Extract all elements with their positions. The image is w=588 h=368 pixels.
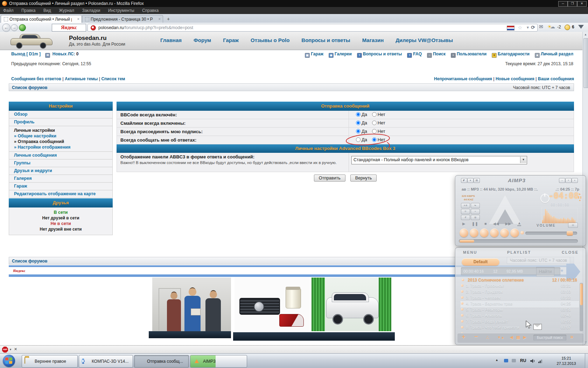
next-list-button[interactable]: ▶ (523, 335, 526, 340)
scroll-up-icon[interactable]: ▲ (583, 32, 588, 38)
start-button[interactable] (3, 355, 15, 367)
yandex-sphere-icon[interactable] (19, 24, 26, 31)
playlist-track[interactable]: 7. 7раса - Вода узнаёт02:55 (461, 319, 579, 325)
site-menu-shop[interactable]: Магазин (362, 37, 384, 43)
playlist-track[interactable]: 2. 7раса - Придаток03:03 (461, 289, 579, 295)
quick-search-field[interactable]: Быстрый поиск (533, 335, 566, 341)
sidebar-item-map[interactable]: Редактировать отображение на карте (9, 190, 113, 198)
play-icon[interactable]: ▶ (462, 222, 465, 226)
site-menu-garage[interactable]: Гараж (223, 37, 239, 43)
list-button[interactable]: ▤ (516, 335, 520, 340)
playlist-track[interactable]: 5. 7раса - Реакторы03:51 (461, 307, 579, 313)
ab-repeat-button[interactable]: A-B (461, 203, 470, 208)
chevron-down-icon[interactable]: ▼ (520, 157, 526, 163)
aimp-menu-button[interactable]: ◤ (461, 178, 467, 183)
show-desktop-button[interactable] (585, 354, 588, 368)
tab-close-icon[interactable]: × (159, 17, 161, 21)
playlist-track[interactable]: 3. 7раса - Человек03:22 (461, 295, 579, 301)
taskbar-button-folder[interactable]: Верхнее правое (22, 355, 78, 368)
playlist-tab-default[interactable]: Default (462, 258, 499, 266)
radio-no[interactable] (372, 112, 377, 117)
playlist-track[interactable]: 8. 7раса - Что тебе привезти03:07 (461, 325, 579, 331)
visualization-button[interactable]: ▥ (471, 215, 480, 220)
link-thanks[interactable]: ♥Благодарности (492, 52, 530, 58)
hidden-icons-button[interactable]: ▲ (495, 358, 498, 368)
adblock-icon[interactable]: ABP (2, 347, 8, 353)
photo-vw-parts[interactable] (234, 278, 310, 331)
link-faq[interactable]: ?FAQ (407, 52, 422, 58)
link-topic-list[interactable]: Список тем (101, 76, 125, 81)
pause-button[interactable] (470, 229, 478, 237)
site-menu-reviews[interactable]: Отзывы о Polo (251, 37, 289, 43)
aimp-playlist-window[interactable]: MENU PLAYLIST CLOSE Default 00:00:40:16 … (455, 247, 586, 345)
shuffle-button[interactable]: ⇆ (471, 203, 480, 208)
radio-yes[interactable] (356, 121, 360, 125)
link-garage[interactable]: ▣Гараж (305, 52, 323, 58)
reset-button[interactable]: Вернуть (350, 175, 377, 182)
forum-index-link[interactable]: Список форумов (12, 85, 47, 90)
flag-icon[interactable] (507, 26, 514, 30)
prev-icon[interactable]: ◀◀ (493, 222, 499, 226)
new-pm-link[interactable]: Новых ЛС: (52, 52, 75, 56)
play-button[interactable] (460, 229, 468, 237)
mail-icon[interactable]: ✉ (539, 24, 543, 29)
menu-history[interactable]: Журнал (56, 7, 77, 14)
taskbar-button-kompas[interactable]: K КОМПАС-3D V14... (79, 355, 133, 368)
eject-button[interactable] (510, 229, 519, 237)
link-questions[interactable]: ?Вопросы и ответы (357, 52, 402, 58)
site-menu-dealers[interactable]: Дилеры VW@Отзывы (396, 37, 453, 43)
aimp-visual-button[interactable]: ▤ (474, 178, 480, 183)
menu-tools[interactable]: Инструменты (105, 7, 138, 14)
playlist-scrollbar[interactable] (580, 283, 583, 331)
weather-cloud-icon[interactable]: ☁ (550, 24, 555, 29)
playlist-track-active[interactable]: 4. 7раса - Бархатом трав04:25 (461, 301, 579, 307)
radio-no[interactable] (372, 137, 377, 142)
playlist-scrollbar-thumb[interactable] (580, 284, 583, 305)
url-dropdown-icon[interactable]: ▼ (526, 26, 530, 29)
reload-icon[interactable]: ⟳ (531, 25, 535, 30)
addonbar-close-icon[interactable]: ✕ (14, 347, 17, 352)
minimize-button[interactable]: ─ (558, 1, 568, 7)
radio-yes[interactable] (356, 112, 360, 117)
sidebar-item-garage[interactable]: Гараж (9, 183, 113, 190)
back-button[interactable]: ← (2, 23, 10, 32)
menu-edit[interactable]: Правка (18, 7, 39, 14)
sidebar-item-gallery[interactable]: Галерея (9, 175, 113, 183)
playlist-group-header[interactable]: 2013 Солнечное сплетение 12 / 00:40:16 (462, 278, 579, 282)
link-galleries[interactable]: ◉Галереи (329, 52, 352, 58)
scrollbar-thumb[interactable] (583, 38, 588, 88)
clock-addon-icon[interactable] (565, 25, 570, 30)
site-title[interactable]: Polosedan.ru (69, 35, 107, 42)
tray-icon[interactable] (511, 358, 517, 363)
balance-button[interactable]: |||| (568, 223, 578, 228)
network-icon[interactable] (538, 359, 543, 363)
abbc3-select[interactable]: Стандартная - Полный набор панелей и кно… (351, 156, 527, 164)
radio-yes[interactable] (356, 129, 360, 134)
logout-link[interactable]: Выход [ D1m ] (11, 52, 41, 56)
site-menu-home[interactable]: Главная (160, 37, 182, 43)
seek-bar[interactable] (459, 239, 578, 243)
tab-inactive[interactable]: Предложения - Страница 30 • Polos... × (82, 15, 163, 23)
aimp-minimize-button[interactable]: – (559, 178, 565, 183)
link-your-posts[interactable]: Ваши сообщения (538, 76, 574, 81)
misc-button[interactable]: ∴ (486, 335, 489, 340)
site-menu-qa[interactable]: Вопросы и ответы (301, 37, 350, 43)
playlist-close-button[interactable]: CLOSE (562, 250, 579, 254)
repeat-button[interactable]: ⟳ (461, 209, 470, 214)
tray-icon[interactable] (503, 358, 509, 363)
link-members[interactable]: ≡Пользователи (451, 52, 486, 58)
photo-dealership[interactable] (152, 278, 231, 331)
car-logo[interactable] (10, 33, 52, 48)
aimp-maximize-button[interactable]: + (565, 178, 572, 183)
tab-active[interactable]: Отправка сообщений • Личный раз... × (1, 15, 82, 23)
menu-view[interactable]: Вид (40, 7, 54, 14)
add-track-button[interactable]: + (462, 333, 465, 341)
site-menu-forum[interactable]: Форум (194, 37, 211, 43)
stop-button[interactable] (480, 229, 489, 237)
restore-button[interactable]: ❐ (568, 1, 577, 7)
next-button[interactable] (500, 229, 509, 237)
bookmark-star-icon[interactable]: ☆ (518, 25, 522, 31)
link-new-posts[interactable]: Новые сообщения (496, 76, 534, 81)
sidebar-item-posting[interactable]: » Отправка сообщений (14, 139, 112, 144)
taskbar-clock[interactable]: 15:21 27.12.2013 (552, 356, 580, 366)
